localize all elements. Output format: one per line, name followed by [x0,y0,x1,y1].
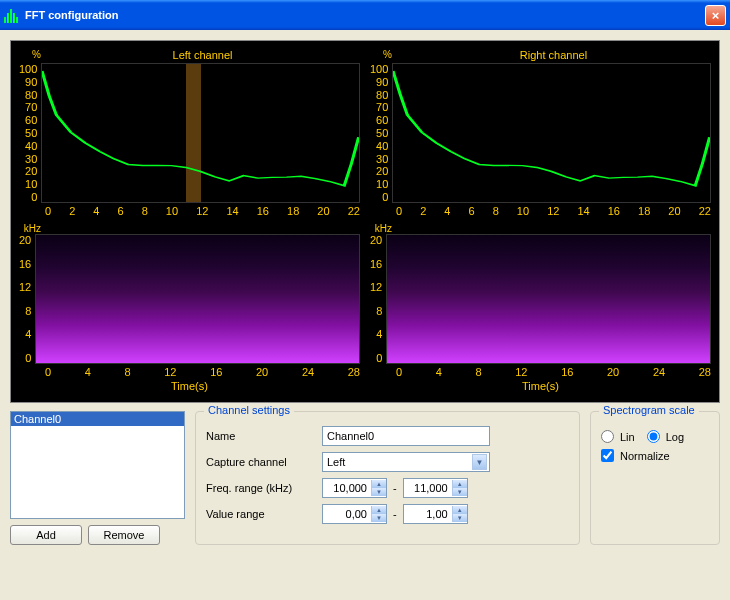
left-spectrum-plot[interactable] [41,63,360,203]
chevron-down-icon: ▼ [472,454,487,470]
spin-up-icon[interactable]: ▲ [452,480,467,488]
spin-down-icon[interactable]: ▼ [452,514,467,522]
spin-up-icon[interactable]: ▲ [371,480,386,488]
spectrogram-scale-group: Spectrogram scale Lin Log Normalize [590,411,720,545]
right-spectrum-plot[interactable] [392,63,711,203]
close-button[interactable]: × [705,5,726,26]
freq-min-spinner[interactable]: ▲▼ [322,478,387,498]
list-item[interactable]: Channel0 [11,412,184,426]
name-input[interactable] [322,426,490,446]
left-spectro-plot[interactable] [35,234,360,364]
remove-button[interactable]: Remove [88,525,160,545]
right-spectrum-chart: %Right channel 1009080706050403020100 02… [370,49,711,217]
spin-down-icon[interactable]: ▼ [371,488,386,496]
capture-channel-select[interactable]: Left ▼ [322,452,490,472]
value-min-spinner[interactable]: ▲▼ [322,504,387,524]
log-radio[interactable]: Log [647,430,684,443]
spin-down-icon[interactable]: ▼ [452,488,467,496]
channel-listbox[interactable]: Channel0 [10,411,185,519]
normalize-checkbox[interactable]: Normalize [601,449,709,462]
left-spectrum-chart: %Left channel 1009080706050403020100 024… [19,49,360,217]
window-title: FFT configuration [25,9,118,21]
left-spectrogram: kHz 201612840 0481216202428 Time(s) [19,223,360,394]
freq-max-spinner[interactable]: ▲▼ [403,478,468,498]
value-max-spinner[interactable]: ▲▼ [403,504,468,524]
titlebar: FFT configuration × [0,0,730,30]
spin-up-icon[interactable]: ▲ [371,506,386,514]
app-icon [4,7,20,23]
charts-panel: %Left channel 1009080706050403020100 024… [10,40,720,403]
right-spectro-plot[interactable] [386,234,711,364]
spin-up-icon[interactable]: ▲ [452,506,467,514]
spin-down-icon[interactable]: ▼ [371,514,386,522]
channel-settings-group: Channel settings Name Capture channel Le… [195,411,580,545]
right-spectrogram: kHz 201612840 0481216202428 Time(s) [370,223,711,394]
lin-radio[interactable]: Lin [601,430,635,443]
add-button[interactable]: Add [10,525,82,545]
